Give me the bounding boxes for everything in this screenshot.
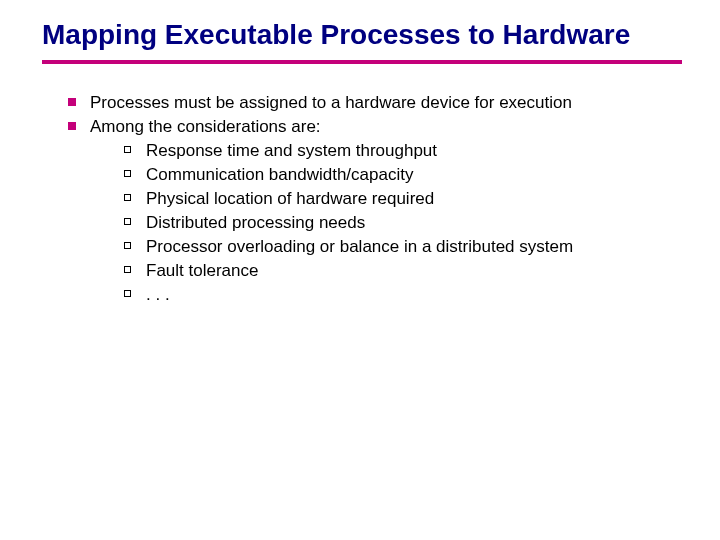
list-item: Response time and system throughput bbox=[122, 140, 690, 162]
list-item: Among the considerations are: Response t… bbox=[64, 116, 690, 307]
title-underline bbox=[42, 60, 682, 64]
bullet-text: Processes must be assigned to a hardware… bbox=[90, 93, 572, 112]
list-item: Processor overloading or balance in a di… bbox=[122, 236, 690, 258]
bullet-text: Distributed processing needs bbox=[146, 213, 365, 232]
bullet-list-level2: Response time and system throughput Comm… bbox=[122, 140, 690, 307]
list-item: Fault tolerance bbox=[122, 260, 690, 282]
bullet-text: Fault tolerance bbox=[146, 261, 258, 280]
bullet-text: Communication bandwidth/capacity bbox=[146, 165, 413, 184]
slide-title: Mapping Executable Processes to Hardware bbox=[42, 18, 690, 52]
list-item: Physical location of hardware required bbox=[122, 188, 690, 210]
bullet-list-level1: Processes must be assigned to a hardware… bbox=[64, 92, 690, 307]
list-item: Communication bandwidth/capacity bbox=[122, 164, 690, 186]
list-item: Distributed processing needs bbox=[122, 212, 690, 234]
bullet-text: Physical location of hardware required bbox=[146, 189, 434, 208]
bullet-text: Response time and system throughput bbox=[146, 141, 437, 160]
list-item: Processes must be assigned to a hardware… bbox=[64, 92, 690, 114]
bullet-text: Processor overloading or balance in a di… bbox=[146, 237, 573, 256]
bullet-text: . . . bbox=[146, 285, 170, 304]
slide: Mapping Executable Processes to Hardware… bbox=[0, 0, 720, 540]
list-item: . . . bbox=[122, 284, 690, 306]
bullet-text: Among the considerations are: bbox=[90, 117, 321, 136]
